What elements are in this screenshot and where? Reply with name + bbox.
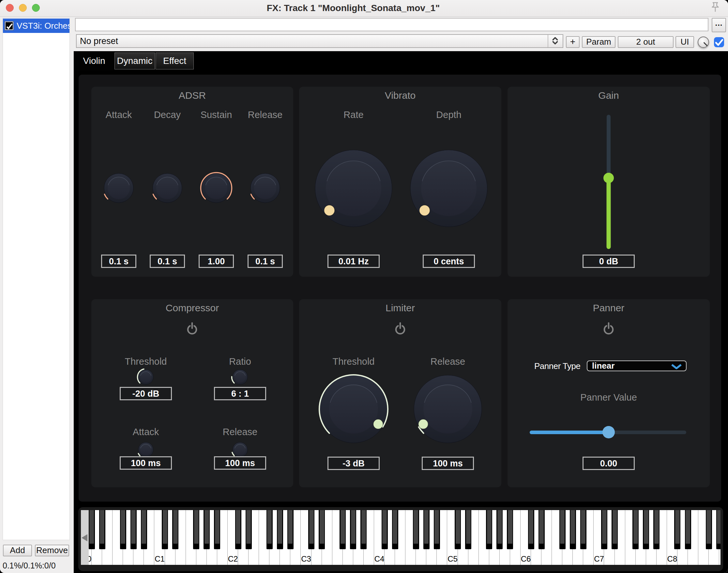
black-key[interactable] [99,510,105,549]
vibrato-knob-depth[interactable] [408,147,490,229]
keyboard-scroll-strip[interactable] [81,510,89,565]
gain-value[interactable]: 0 dB [583,255,635,268]
black-key[interactable] [120,510,126,549]
black-key[interactable] [266,510,273,549]
compressor-knob-threshold[interactable] [136,367,156,387]
tab-effect[interactable]: Effect [156,52,194,69]
panner-value-label: Panner Value [580,392,637,403]
adsr-knob-attack[interactable] [101,171,136,205]
limiter-knob-threshold[interactable] [317,372,390,446]
black-key[interactable] [360,510,367,549]
black-key[interactable] [162,510,168,549]
wet-dry-knob[interactable] [698,37,709,48]
preset-stepper-icon[interactable] [550,36,560,46]
panner-power-icon[interactable] [601,321,616,337]
black-key[interactable] [235,510,241,549]
panner-value[interactable]: 0.00 [583,457,635,470]
black-key[interactable] [612,510,618,549]
panner-slider-track[interactable] [609,430,686,434]
black-key[interactable] [340,510,346,549]
black-key[interactable] [434,510,440,549]
black-key[interactable] [632,510,639,549]
gain-slider-track[interactable] [607,115,611,178]
black-key[interactable] [643,510,649,549]
black-key[interactable] [560,510,566,549]
gain-slider-thumb[interactable] [603,173,614,183]
adsr-knob-release[interactable] [248,171,283,205]
black-key[interactable] [193,510,199,549]
black-key[interactable] [507,510,513,549]
panner-slider-track-filled[interactable] [530,430,609,434]
vibrato-value-rate[interactable]: 0.01 Hz [328,255,380,268]
black-key[interactable] [382,510,388,549]
gain-slider-filled[interactable] [607,178,611,249]
outputs-button[interactable]: 2 out [618,36,674,48]
black-key[interactable] [141,510,147,549]
black-key[interactable] [674,510,680,549]
tab-dynamic[interactable]: Dynamic [114,52,155,69]
comment-input[interactable] [75,18,709,31]
vibrato-knob-rate[interactable] [312,147,395,229]
limiter-power-icon[interactable] [393,321,407,337]
panner-slider-thumb[interactable] [602,426,615,438]
adsr-value-attack[interactable]: 0.1 s [101,255,136,268]
black-key[interactable] [319,510,325,549]
panner-type-select[interactable]: linear [587,361,687,371]
tab-violin[interactable]: Violin [75,51,113,71]
black-key[interactable] [392,510,398,549]
black-key[interactable] [89,510,95,549]
compressor-knob-ratio[interactable] [230,367,250,387]
ui-button[interactable]: UI [676,36,694,48]
black-key[interactable] [496,510,503,549]
fx-enabled-checkbox[interactable] [5,21,13,30]
pin-icon[interactable] [710,1,721,16]
black-key[interactable] [706,510,712,549]
black-key[interactable] [350,510,356,549]
fx-active-checkbox[interactable] [714,37,724,47]
black-key[interactable] [653,510,660,549]
limiter-value-release[interactable]: 100 ms [422,457,474,470]
adsr-value-decay[interactable]: 0.1 s [150,255,185,268]
vibrato-value-depth[interactable]: 0 cents [423,255,475,268]
preset-select[interactable]: No preset [76,34,563,48]
black-key[interactable] [423,510,430,549]
add-button[interactable]: Add [3,544,32,556]
black-key[interactable] [277,510,283,549]
black-key[interactable] [601,510,607,549]
black-key[interactable] [246,510,252,549]
black-key[interactable] [308,510,314,549]
fx-list[interactable]: VST3i: Orchestral Suite [3,18,70,540]
black-key[interactable] [465,510,471,549]
adsr-value-release[interactable]: 0.1 s [248,255,283,268]
black-key[interactable] [538,510,545,549]
compressor-value-release[interactable]: 100 ms [214,456,266,470]
fx-row-selected[interactable]: VST3i: Orchestral Suite [3,18,69,33]
adsr-knob-sustain[interactable] [199,171,234,205]
black-key[interactable] [528,510,534,549]
black-key[interactable] [172,510,179,549]
black-key[interactable] [716,510,721,549]
black-key[interactable] [580,510,586,549]
more-button[interactable]: ... [712,18,726,32]
add-fx-button[interactable]: + [566,36,580,48]
black-key[interactable] [203,510,210,549]
compressor-value-ratio[interactable]: 6 : 1 [214,387,266,400]
black-key[interactable] [131,510,137,549]
black-key[interactable] [287,510,294,549]
black-key[interactable] [685,510,691,549]
piano-keys[interactable]: C0C1C2C3C4C5C6C7C8 [81,510,721,565]
adsr-value-sustain[interactable]: 1.00 [199,255,234,268]
limiter-value-threshold[interactable]: -3 dB [328,457,380,470]
adsr-knob-decay[interactable] [150,171,185,205]
compressor-value-threshold[interactable]: -20 dB [120,387,172,400]
compressor-power-icon[interactable] [185,321,199,337]
param-button[interactable]: Param [582,36,616,48]
black-key[interactable] [455,510,461,549]
compressor-value-attack[interactable]: 100 ms [120,456,172,470]
black-key[interactable] [486,510,492,549]
black-key[interactable] [570,510,576,549]
remove-button[interactable]: Remove [35,544,69,556]
limiter-knob-release[interactable] [411,372,484,446]
black-key[interactable] [214,510,220,549]
black-key[interactable] [413,510,419,549]
